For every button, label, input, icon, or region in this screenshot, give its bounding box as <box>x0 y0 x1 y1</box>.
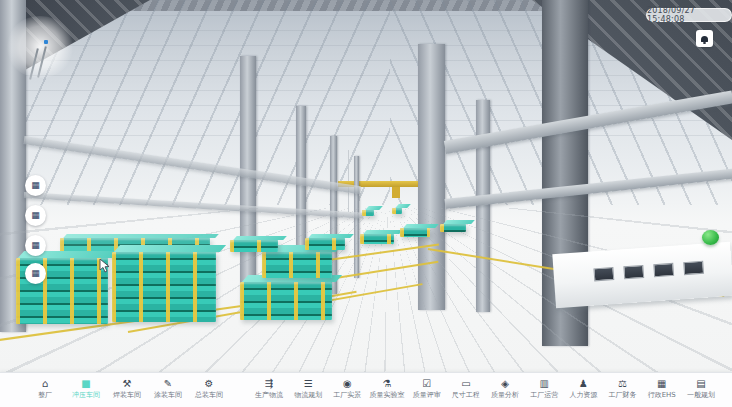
tab-assembly-shop[interactable]: ⚙ 总装车间 <box>192 377 226 399</box>
welding-shop-icon: ⚒ <box>123 377 132 390</box>
tab-label: 尺寸工程 <box>452 391 480 399</box>
tab-factory-operation[interactable]: ▥ 工厂运营 <box>527 377 561 399</box>
tab-dimension-engineering[interactable]: ▭ 尺寸工程 <box>449 377 483 399</box>
tab-label: 生产物流 <box>255 391 283 399</box>
data-panel-button-4[interactable]: ▦ <box>25 263 46 284</box>
tab-admin-ehs[interactable]: ▦ 行政EHS <box>645 377 679 399</box>
tab-quality-lab[interactable]: ⚗ 质量实验室 <box>370 377 405 399</box>
distant-machine <box>392 208 402 214</box>
tab-label: 人力资源 <box>569 391 597 399</box>
data-panel-icon: ▦ <box>31 269 40 278</box>
die-stack <box>440 224 466 232</box>
factory-3d-viewport[interactable]: 2018/09/27 15:48:08 ▦ ▦ ▦ ▦ <box>0 0 732 372</box>
tab-welding-shop[interactable]: ⚒ 焊装车间 <box>110 377 144 399</box>
data-panel-icon: ▦ <box>31 241 40 250</box>
painting-shop-icon: ✎ <box>164 377 172 390</box>
data-panel-button-2[interactable]: ▦ <box>25 205 46 226</box>
tab-label: 质量分析 <box>491 391 519 399</box>
data-panel-button-3[interactable]: ▦ <box>25 235 46 256</box>
bell-icon <box>701 36 708 42</box>
factory-camera-icon: ◉ <box>343 377 352 390</box>
tab-factory-finance[interactable]: ⚖ 工厂财务 <box>606 377 640 399</box>
whole-plant-icon: ⌂ <box>42 377 48 390</box>
status-sphere-green <box>702 230 719 245</box>
factory-operation-icon: ▥ <box>539 377 548 390</box>
logistics-planning-icon: ☰ <box>304 377 313 390</box>
quality-lab-icon: ⚗ <box>383 377 392 390</box>
die-stack <box>305 238 345 250</box>
distant-machine <box>362 210 374 216</box>
general-planning-icon: ▤ <box>696 377 705 390</box>
tab-stamping-shop[interactable]: ■ 冲压车间 <box>69 377 103 399</box>
tab-general-planning[interactable]: ▤ 一般规划 <box>684 377 718 399</box>
tab-label: 一般规划 <box>687 391 715 399</box>
tab-label: 质量评审 <box>413 391 441 399</box>
tab-label: 工厂财务 <box>609 391 637 399</box>
tab-label: 焊装车间 <box>113 391 141 399</box>
tab-label: 质量实验室 <box>370 391 405 399</box>
bottom-toolbar: ⌂ 整厂 ■ 冲压车间 ⚒ 焊装车间 ✎ 涂装车间 ⚙ 总装车间 ⇶ <box>0 372 732 407</box>
factory-finance-icon: ⚖ <box>618 377 627 390</box>
tab-label: 整厂 <box>38 391 52 399</box>
tab-logistics-planning[interactable]: ☰ 物流规划 <box>291 377 325 399</box>
tab-label: 工厂实景 <box>333 391 361 399</box>
digital-twin-factory-app: 2018/09/27 15:48:08 ▦ ▦ ▦ ▦ ⌂ 整厂 <box>0 0 732 407</box>
quality-review-icon: ☑ <box>422 377 431 390</box>
stamping-shop-icon: ■ <box>81 377 90 390</box>
die-stack <box>400 228 430 237</box>
admin-ehs-icon: ▦ <box>657 377 666 390</box>
tab-label: 总装车间 <box>195 391 223 399</box>
tab-label: 工厂运营 <box>530 391 558 399</box>
timestamp-chip: 2018/09/27 15:48:08 <box>646 8 732 22</box>
tab-label: 行政EHS <box>648 391 676 399</box>
marker-dot <box>44 40 48 44</box>
console-screen <box>623 265 644 279</box>
crane-hoist <box>392 187 400 198</box>
assembly-shop-icon: ⚙ <box>205 377 214 390</box>
die-stack <box>262 252 332 278</box>
console-screen <box>593 267 614 281</box>
tab-factory-camera[interactable]: ◉ 工厂实景 <box>330 377 364 399</box>
tab-quality-review[interactable]: ☑ 质量评审 <box>410 377 444 399</box>
console-screen <box>683 261 704 275</box>
die-stack <box>360 234 394 244</box>
console-screen <box>653 263 674 277</box>
data-panel-icon: ▦ <box>31 211 40 220</box>
production-logistics-icon: ⇶ <box>265 377 273 390</box>
data-panel-button-1[interactable]: ▦ <box>25 175 46 196</box>
workshop-tab-group: ⌂ 整厂 ■ 冲压车间 ⚒ 焊装车间 ✎ 涂装车间 ⚙ 总装车间 <box>28 377 226 399</box>
tab-label: 涂装车间 <box>154 391 182 399</box>
die-stack <box>112 252 216 322</box>
notification-button[interactable] <box>696 30 713 47</box>
tab-label: 物流规划 <box>294 391 322 399</box>
tab-label: 冲压车间 <box>72 391 100 399</box>
human-resources-icon: ♟ <box>579 377 588 390</box>
tab-whole-plant[interactable]: ⌂ 整厂 <box>28 377 62 399</box>
module-tab-group: ⇶ 生产物流 ☰ 物流规划 ◉ 工厂实景 ⚗ 质量实验室 ☑ 质量评审 ▭ 尺寸… <box>252 377 718 399</box>
timestamp-text: 2018/09/27 15:48:08 <box>647 6 731 24</box>
data-panel-icon: ▦ <box>31 181 40 190</box>
die-stack <box>230 240 278 252</box>
die-stack <box>240 282 332 320</box>
mouse-cursor <box>99 258 110 273</box>
quality-analysis-icon: ◈ <box>501 377 509 390</box>
dimension-engineering-icon: ▭ <box>461 377 470 390</box>
tab-human-resources[interactable]: ♟ 人力资源 <box>566 377 600 399</box>
tab-quality-analysis[interactable]: ◈ 质量分析 <box>488 377 522 399</box>
tab-production-logistics[interactable]: ⇶ 生产物流 <box>252 377 286 399</box>
tab-painting-shop[interactable]: ✎ 涂装车间 <box>151 377 185 399</box>
